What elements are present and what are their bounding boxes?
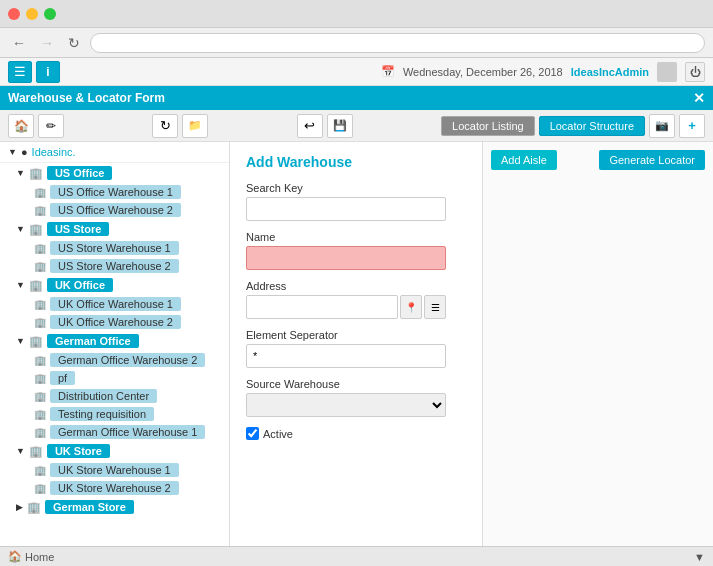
tab-locator-structure[interactable]: Locator Structure — [539, 116, 645, 136]
app-header-right: 📅 Wednesday, December 26, 2018 IdeasIncA… — [381, 62, 705, 82]
add-aisle-button[interactable]: Add Aisle — [491, 150, 557, 170]
list-item[interactable]: 🏢 US Store Warehouse 1 — [28, 239, 229, 257]
search-key-group: Search Key — [246, 182, 466, 221]
tab-locator-listing[interactable]: Locator Listing — [441, 116, 535, 136]
node-us-store-label[interactable]: ▼ 🏢 US Store — [0, 219, 229, 239]
active-group: Active — [246, 427, 466, 440]
sidebar: ▼ ● Ideasinc. ▼ 🏢 US Office 🏢 US Office … — [0, 142, 230, 546]
back-button[interactable]: ← — [8, 33, 30, 53]
forward-button[interactable]: → — [36, 33, 58, 53]
node-us-office: ▼ 🏢 US Office 🏢 US Office Warehouse 1 🏢 … — [0, 163, 229, 219]
element-sep-label: Element Seperator — [246, 329, 466, 341]
list-item[interactable]: 🏢 UK Office Warehouse 1 — [28, 295, 229, 313]
german-store-icon: 🏢 — [27, 501, 41, 514]
uk-store-icon: 🏢 — [29, 445, 43, 458]
edit-toolbar-btn[interactable]: ✏ — [38, 114, 64, 138]
source-warehouse-select[interactable] — [246, 393, 446, 417]
active-checkbox[interactable] — [246, 427, 259, 440]
warehouse-icon: 🏢 — [34, 465, 46, 476]
uk-office-children: 🏢 UK Office Warehouse 1 🏢 UK Office Ware… — [0, 295, 229, 331]
url-bar[interactable] — [90, 33, 705, 53]
list-item[interactable]: 🏢 pf — [28, 369, 229, 387]
address-input[interactable] — [246, 295, 398, 319]
list-item[interactable]: 🏢 Distribution Center — [28, 387, 229, 405]
info-icon-btn[interactable]: i — [36, 61, 60, 83]
uk-store-arrow: ▼ — [16, 446, 25, 456]
home-link[interactable]: 🏠 Home — [8, 550, 54, 563]
undo-toolbar-btn[interactable]: ↩ — [297, 114, 323, 138]
element-sep-input[interactable] — [246, 344, 446, 368]
refresh-toolbar-btn[interactable]: ↻ — [152, 114, 178, 138]
right-panel: Add Aisle Generate Locator — [483, 142, 713, 546]
root-dot: ● — [21, 146, 28, 158]
add-toolbar-btn[interactable]: + — [679, 114, 705, 138]
list-item[interactable]: 🏢 UK Store Warehouse 1 — [28, 461, 229, 479]
us-store-arrow: ▼ — [16, 224, 25, 234]
list-item[interactable]: 🏢 German Office Warehouse 1 — [28, 423, 229, 441]
child-label: German Office Warehouse 1 — [50, 425, 205, 439]
traffic-light-red[interactable] — [8, 8, 20, 20]
us-store-icon: 🏢 — [29, 223, 43, 236]
reload-button[interactable]: ↻ — [64, 33, 84, 53]
us-office-icon: 🏢 — [29, 167, 43, 180]
address-row: 📍 ☰ — [246, 295, 446, 319]
name-group: Name — [246, 231, 466, 270]
home-icon: 🏠 — [8, 550, 22, 563]
address-group: Address 📍 ☰ — [246, 280, 466, 319]
element-sep-group: Element Seperator — [246, 329, 466, 368]
traffic-light-green[interactable] — [44, 8, 56, 20]
node-uk-office: ▼ 🏢 UK Office 🏢 UK Office Warehouse 1 🏢 … — [0, 275, 229, 331]
root-label[interactable]: Ideasinc. — [32, 146, 76, 158]
list-item[interactable]: 🏢 US Office Warehouse 2 — [28, 201, 229, 219]
search-key-label: Search Key — [246, 182, 466, 194]
name-input[interactable] — [246, 246, 446, 270]
list-item[interactable]: 🏢 Testing requisition — [28, 405, 229, 423]
list-item[interactable]: 🏢 US Store Warehouse 2 — [28, 257, 229, 275]
us-office-text: US Office — [47, 166, 113, 180]
photo-toolbar-btn[interactable]: 📷 — [649, 114, 675, 138]
node-uk-store-label[interactable]: ▼ 🏢 UK Store — [0, 441, 229, 461]
warehouse-icon: 🏢 — [34, 427, 46, 438]
list-item[interactable]: 🏢 UK Office Warehouse 2 — [28, 313, 229, 331]
child-label: US Store Warehouse 2 — [50, 259, 179, 273]
traffic-light-yellow[interactable] — [26, 8, 38, 20]
node-us-office-label[interactable]: ▼ 🏢 US Office — [0, 163, 229, 183]
us-store-text: US Store — [47, 222, 109, 236]
address-more-btn[interactable]: ☰ — [424, 295, 446, 319]
folder-toolbar-btn[interactable]: 📁 — [182, 114, 208, 138]
status-bar: 🏠 Home ▼ — [0, 546, 713, 566]
root-arrow: ▼ — [8, 147, 17, 157]
address-location-btn[interactable]: 📍 — [400, 295, 422, 319]
close-button[interactable]: ✕ — [693, 90, 705, 106]
sidebar-root: ▼ ● Ideasinc. — [0, 142, 229, 163]
search-key-input[interactable] — [246, 197, 446, 221]
home-toolbar-btn[interactable]: 🏠 — [8, 114, 34, 138]
power-icon[interactable]: ⏻ — [685, 62, 705, 82]
app-title: Warehouse & Locator Form — [8, 91, 165, 105]
browser-bar: ← → ↻ — [0, 28, 713, 58]
node-german-office-label[interactable]: ▼ 🏢 German Office — [0, 331, 229, 351]
menu-icon-btn[interactable]: ☰ — [8, 61, 32, 83]
app-header: ☰ i 📅 Wednesday, December 26, 2018 Ideas… — [0, 58, 713, 86]
save-toolbar-btn[interactable]: 💾 — [327, 114, 353, 138]
us-office-arrow: ▼ — [16, 168, 25, 178]
list-item[interactable]: 🏢 UK Store Warehouse 2 — [28, 479, 229, 497]
app-header-left: ☰ i — [8, 61, 60, 83]
active-label: Active — [263, 428, 293, 440]
child-label: UK Office Warehouse 2 — [50, 315, 181, 329]
warehouse-icon: 🏢 — [34, 261, 46, 272]
scroll-down-icon[interactable]: ▼ — [694, 551, 705, 563]
node-german-store-label[interactable]: ▶ 🏢 German Store — [0, 497, 229, 517]
german-office-arrow: ▼ — [16, 336, 25, 346]
list-item[interactable]: 🏢 German Office Warehouse 2 — [28, 351, 229, 369]
us-store-children: 🏢 US Store Warehouse 1 🏢 US Store Wareho… — [0, 239, 229, 275]
warehouse-icon: 🏢 — [34, 187, 46, 198]
warehouse-icon: 🏢 — [34, 483, 46, 494]
generate-locator-button[interactable]: Generate Locator — [599, 150, 705, 170]
home-label: Home — [25, 551, 54, 563]
child-label: US Office Warehouse 2 — [50, 203, 181, 217]
node-uk-office-label[interactable]: ▼ 🏢 UK Office — [0, 275, 229, 295]
child-label: US Office Warehouse 1 — [50, 185, 181, 199]
header-user[interactable]: IdeasIncAdmin — [571, 66, 649, 78]
list-item[interactable]: 🏢 US Office Warehouse 1 — [28, 183, 229, 201]
